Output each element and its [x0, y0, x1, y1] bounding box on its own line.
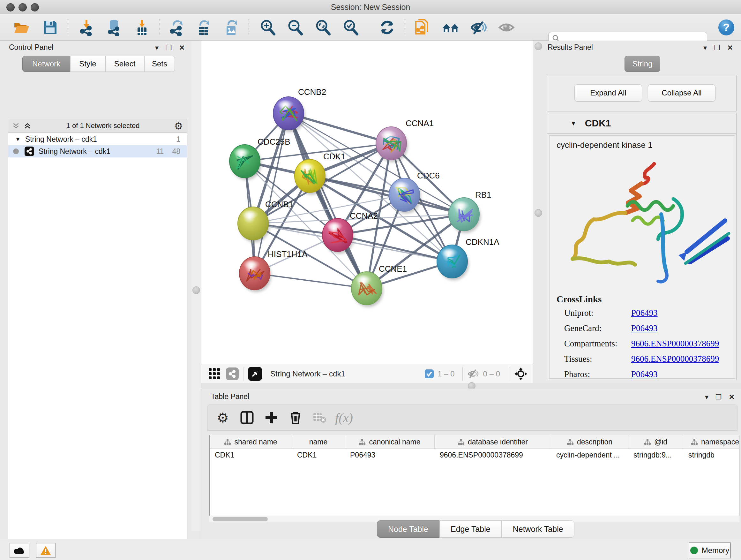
table-header-row[interactable]: shared namenamecanonical namedatabase id…	[210, 435, 739, 449]
collapse-all-button[interactable]: Collapse All	[648, 84, 716, 102]
import-network-file-icon[interactable]	[78, 19, 95, 36]
expand-all-button[interactable]: Expand All	[575, 84, 642, 102]
import-network-database-icon[interactable]	[105, 19, 123, 36]
panel-menu-icon[interactable]: ▾	[703, 44, 707, 51]
crosslink-link[interactable]: P06493	[631, 308, 658, 318]
network-node-CCNE1[interactable]: CCNE1	[351, 264, 407, 307]
export-network-icon[interactable]	[168, 19, 185, 36]
collapse-arrow-icon[interactable]: ▼	[15, 136, 21, 143]
open-session-icon[interactable]	[13, 19, 30, 36]
show-columns-icon[interactable]	[238, 409, 256, 427]
zoom-fit-icon[interactable]	[314, 19, 332, 36]
network-collection-row[interactable]: ▼ String Network – cdk1 1	[8, 133, 187, 145]
crosslink-link[interactable]: 9606.ENSP00000378699	[631, 354, 719, 364]
panel-menu-icon[interactable]: ▾	[705, 394, 709, 401]
table-panel: Table Panel ▾ ❐ ✕ ⚙ f(x) shared namename…	[201, 388, 741, 539]
network-node-CDK1[interactable]: CDK1	[294, 152, 345, 195]
selected-checkbox-icon[interactable]	[424, 369, 434, 379]
delete-column-icon[interactable]	[286, 409, 305, 427]
crosslink-link[interactable]: P06493	[631, 369, 658, 379]
tab-select[interactable]: Select	[105, 56, 144, 72]
cloud-button[interactable]	[10, 543, 29, 558]
close-panel-icon[interactable]: ✕	[727, 44, 733, 51]
crosslink-row: Tissues:9606.ENSP00000378699	[564, 354, 730, 364]
column-header-canonical-name[interactable]: canonical name	[345, 435, 434, 449]
crosslink-label: Pharos:	[564, 369, 631, 379]
network-node-HIST1H1A[interactable]: HIST1H1A	[239, 249, 308, 292]
export-image-icon[interactable]	[222, 19, 240, 36]
network-row[interactable]: String Network – cdk1 11 48	[8, 145, 187, 158]
node-label-CDC25B: CDC25B	[258, 137, 290, 146]
tab-edge-table[interactable]: Edge Table	[440, 520, 502, 538]
node-label-HIST1H1A: HIST1H1A	[268, 249, 308, 259]
collapse-all-icon[interactable]	[12, 122, 20, 130]
right-splitter[interactable]	[533, 41, 544, 383]
column-header-description[interactable]: description	[551, 435, 628, 449]
refresh-icon[interactable]	[379, 19, 396, 36]
close-panel-icon[interactable]: ✕	[179, 44, 185, 51]
column-header-database-identifier[interactable]: database identifier	[434, 435, 551, 449]
column-header-shared-name[interactable]: shared name	[210, 435, 292, 449]
column-header-namespace[interactable]: namespace	[683, 435, 739, 449]
zoom-selected-icon[interactable]	[342, 19, 359, 36]
zoom-out-icon[interactable]	[286, 19, 304, 36]
node-label-CDK1: CDK1	[323, 152, 345, 161]
tab-style[interactable]: Style	[70, 56, 105, 72]
gene-section: ▼ CDK1 cyclin-dependent kinase 1	[547, 113, 737, 380]
gene-description: cyclin-dependent kinase 1	[556, 140, 735, 150]
memory-button[interactable]: Memory	[689, 543, 731, 558]
gene-section-header[interactable]: ▼ CDK1	[547, 113, 736, 134]
grid-view-icon[interactable]	[208, 368, 221, 380]
column-header-name[interactable]: name	[292, 435, 345, 449]
tab-network-table[interactable]: Network Table	[502, 520, 575, 538]
float-panel-icon[interactable]: ❐	[165, 44, 172, 51]
tab-sets[interactable]: Sets	[144, 56, 175, 72]
crosslink-link[interactable]: P06493	[631, 323, 658, 333]
help-button[interactable]: ?	[718, 19, 735, 36]
collapse-arrow-icon[interactable]: ▼	[570, 120, 577, 127]
add-column-icon[interactable]	[262, 409, 280, 427]
network-node-CCNA1[interactable]: CCNA1	[376, 118, 434, 162]
left-splitter[interactable]	[192, 41, 201, 531]
network-share-icon[interactable]	[226, 368, 239, 380]
column-header-@id[interactable]: @id	[628, 435, 683, 449]
import-table-icon[interactable]	[133, 19, 151, 36]
fit-selected-crosshair-icon[interactable]	[514, 367, 528, 381]
save-session-icon[interactable]	[42, 19, 59, 36]
tab-network[interactable]: Network	[22, 56, 70, 72]
panel-menu-icon[interactable]: ▾	[155, 44, 158, 51]
toolbar-separator	[68, 19, 68, 35]
selected-count: 1 – 0	[437, 369, 455, 378]
splitter-handle[interactable]	[535, 43, 542, 50]
network-node-CCNB2[interactable]: CCNB2	[273, 87, 326, 132]
table-settings-gear-icon[interactable]: ⚙	[214, 409, 232, 427]
network-node-CDKN1A[interactable]: CDKN1A	[437, 237, 499, 280]
warning-icon	[40, 546, 51, 555]
gear-icon[interactable]: ⚙	[174, 120, 183, 132]
current-network-dot-icon	[13, 148, 19, 154]
string-import-icon[interactable]	[414, 19, 431, 36]
crosslink-link[interactable]: 9606.ENSP00000378699	[631, 339, 719, 349]
expand-all-icon[interactable]	[23, 122, 31, 130]
node-label-CCNE1: CCNE1	[379, 264, 407, 273]
hscrollbar-thumb[interactable]	[212, 517, 268, 521]
splitter-handle[interactable]	[535, 209, 542, 217]
hidden-eye-icon[interactable]	[467, 369, 479, 379]
warnings-button[interactable]	[36, 543, 56, 558]
hide-selected-icon[interactable]	[470, 19, 487, 36]
tab-node-table[interactable]: Node Table	[377, 520, 440, 538]
show-eye-icon[interactable]	[498, 19, 515, 36]
tab-string[interactable]: String	[624, 56, 660, 72]
zoom-in-icon[interactable]	[259, 19, 276, 36]
float-panel-icon[interactable]: ❐	[716, 394, 722, 401]
table-row[interactable]: CDK1CDK1P064939606.ENSP00000378699cyclin…	[210, 449, 739, 461]
network-node-RB1[interactable]: RB1	[449, 190, 491, 233]
splitter-handle[interactable]	[192, 287, 200, 294]
protein-structure-image	[553, 158, 731, 286]
network-canvas[interactable]: CCNB2CCNA1CDC25BCDK1CDC6RB1CCNB1CCNA2CDK…	[201, 41, 533, 364]
birdseye-view-icon[interactable]	[248, 367, 262, 381]
close-panel-icon[interactable]: ✕	[729, 394, 735, 401]
float-panel-icon[interactable]: ❐	[714, 44, 720, 51]
home-icon[interactable]	[442, 19, 459, 36]
export-table-icon[interactable]	[195, 19, 212, 36]
